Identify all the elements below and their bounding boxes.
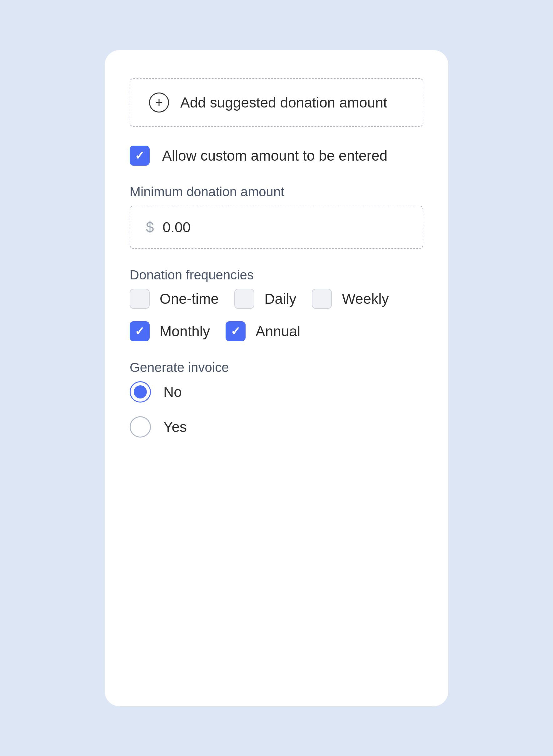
minimum-donation-heading: Minimum donation amount [130, 184, 423, 200]
minimum-amount-input[interactable]: $ 0.00 [130, 206, 423, 249]
annual-checkmark-icon: ✓ [231, 325, 241, 337]
onetime-checkbox[interactable] [130, 289, 150, 309]
invoice-yes-radio[interactable] [130, 416, 151, 438]
radio-inner-dot [134, 385, 147, 398]
invoice-yes-label: Yes [163, 419, 187, 435]
annual-checkbox[interactable]: ✓ [226, 321, 246, 341]
daily-label: Daily [264, 290, 296, 307]
minimum-donation-section: Minimum donation amount $ 0.00 [130, 184, 423, 249]
donation-frequencies-heading: Donation frequencies [130, 268, 423, 283]
frequency-row-2: ✓ Monthly ✓ Annual [130, 321, 423, 341]
generate-invoice-heading: Generate invoice [130, 360, 423, 375]
onetime-label: One-time [160, 290, 219, 307]
annual-label: Annual [255, 323, 300, 340]
frequency-item-onetime: One-time [130, 289, 219, 309]
dollar-sign-icon: $ [146, 219, 154, 236]
daily-checkbox[interactable] [234, 289, 254, 309]
plus-circle-icon [149, 92, 169, 112]
invoice-no-radio[interactable] [130, 381, 151, 402]
allow-custom-row: ✓ Allow custom amount to be entered [130, 146, 423, 166]
invoice-no-label: No [163, 383, 182, 400]
allow-custom-checkbox[interactable]: ✓ [130, 146, 150, 166]
checkmark-icon: ✓ [135, 150, 145, 162]
frequency-row-1: One-time Daily Weekly [130, 289, 423, 309]
monthly-checkbox[interactable]: ✓ [130, 321, 150, 341]
weekly-label: Weekly [342, 290, 389, 307]
monthly-checkmark-icon: ✓ [135, 325, 145, 337]
frequency-item-monthly: ✓ Monthly [130, 321, 210, 341]
frequency-item-annual: ✓ Annual [226, 321, 300, 341]
invoice-radio-group: No Yes [130, 381, 423, 438]
frequency-item-weekly: Weekly [312, 289, 389, 309]
add-donation-button[interactable]: Add suggested donation amount [130, 78, 423, 127]
weekly-checkbox[interactable] [312, 289, 332, 309]
monthly-label: Monthly [160, 323, 210, 340]
amount-value: 0.00 [163, 219, 191, 236]
add-donation-label: Add suggested donation amount [180, 94, 387, 111]
main-card: Add suggested donation amount ✓ Allow cu… [105, 50, 448, 706]
invoice-no-row: No [130, 381, 423, 402]
invoice-yes-row: Yes [130, 416, 423, 438]
donation-frequencies-section: Donation frequencies One-time Daily Week… [130, 268, 423, 341]
generate-invoice-section: Generate invoice No Yes [130, 360, 423, 438]
frequency-item-daily: Daily [234, 289, 296, 309]
allow-custom-label: Allow custom amount to be entered [162, 147, 387, 164]
